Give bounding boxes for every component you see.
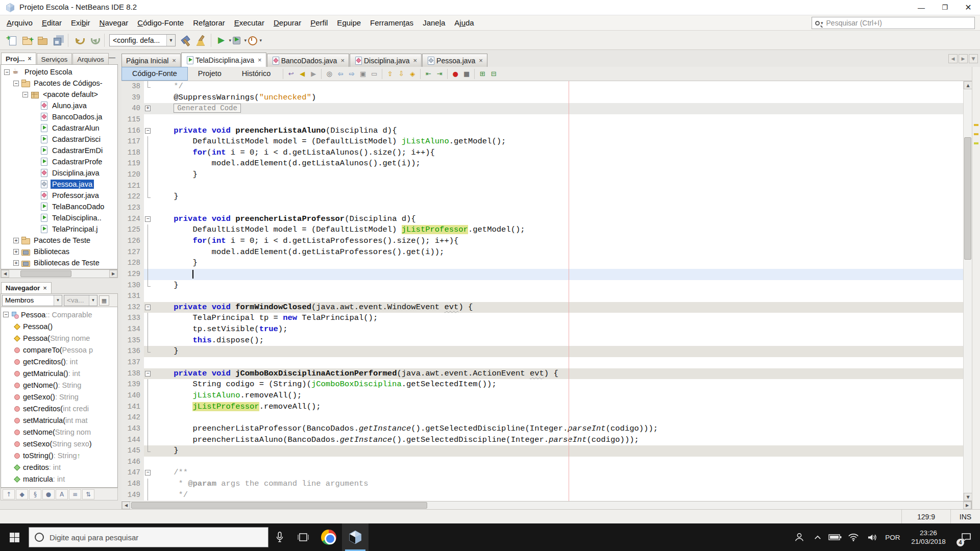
- navigator-member[interactable]: setMatricula(int mat: [1, 414, 117, 426]
- fold-expand-icon[interactable]: +: [145, 106, 151, 111]
- tree-item[interactable]: CadastrarAlun: [1, 122, 117, 134]
- tree-item[interactable]: CadastrarDisci: [1, 134, 117, 145]
- start-button[interactable]: [0, 523, 29, 551]
- fold-collapse-icon[interactable]: −: [145, 371, 151, 377]
- editor-tab[interactable]: Disciplina.java×: [350, 54, 422, 67]
- menu-perfil[interactable]: Perfil: [306, 15, 332, 31]
- menu-codigo-fonte[interactable]: Código-Fonte: [133, 15, 188, 31]
- new-file-button[interactable]: [4, 33, 19, 48]
- fold-collapse-icon[interactable]: −: [145, 128, 151, 134]
- shift-left-icon[interactable]: ⇤: [423, 68, 434, 79]
- show-static-members-icon[interactable]: §: [29, 489, 41, 499]
- tab-list-icon[interactable]: ▼: [969, 54, 978, 63]
- previous-occurrence-icon[interactable]: ⇦: [335, 68, 346, 79]
- tree-item[interactable]: TelaPrincipal.j: [1, 223, 117, 235]
- tree-item[interactable]: +Bibliotecas de Teste: [1, 257, 117, 268]
- minimize-panel-icon[interactable]: —: [109, 55, 115, 60]
- uncomment-icon[interactable]: ⊟: [488, 68, 499, 79]
- comment-icon[interactable]: ⊞: [477, 68, 488, 79]
- maximize-window-icon[interactable]: ❐: [933, 0, 957, 15]
- navigator-member[interactable]: toString() : String ↑: [1, 449, 117, 461]
- fold-collapse-icon[interactable]: −: [145, 216, 151, 222]
- collapse-icon[interactable]: −: [4, 69, 10, 75]
- netbeans-taskbar-button[interactable]: [342, 523, 369, 551]
- navigator-settings-icon[interactable]: ▦: [99, 295, 109, 306]
- menu-ferramentas[interactable]: Ferramentas: [365, 15, 418, 31]
- navigator-member[interactable]: setNome(String nom: [1, 426, 117, 438]
- view-tab-projeto[interactable]: Projeto: [188, 67, 232, 81]
- network-button[interactable]: [844, 523, 863, 551]
- scroll-right-icon[interactable]: ▶: [109, 270, 117, 278]
- scrollbar-thumb[interactable]: [20, 270, 71, 277]
- taskbar-search-input[interactable]: Digite aqui para pesquisar: [29, 527, 268, 547]
- fold-collapse-icon[interactable]: −: [145, 305, 151, 310]
- view-tab-cdigofonte[interactable]: Código-Fonte: [121, 67, 188, 81]
- show-hidden-icons-button[interactable]: [810, 523, 826, 551]
- menu-refatorar[interactable]: Refatorar: [188, 15, 230, 31]
- navigator-member[interactable]: getNome() : String: [1, 379, 117, 391]
- scrollbar-thumb[interactable]: [131, 502, 427, 509]
- tree-item[interactable]: TelaBancoDado: [1, 201, 117, 212]
- expand-icon[interactable]: +: [13, 260, 19, 266]
- toggle-highlight-icon[interactable]: ▣: [357, 68, 369, 79]
- projects-horizontal-scrollbar[interactable]: ◀ ▶: [1, 269, 118, 278]
- editor-tab[interactable]: Pessoa.java×: [422, 54, 487, 67]
- next-bookmark-icon[interactable]: ⇩: [396, 68, 407, 79]
- tree-item[interactable]: BancoDados.ja: [1, 111, 117, 122]
- debug-project-button[interactable]: ▾: [229, 33, 244, 48]
- new-project-button[interactable]: +: [19, 33, 35, 48]
- open-project-button[interactable]: [35, 33, 50, 48]
- collapse-icon[interactable]: −: [22, 92, 28, 97]
- people-button[interactable]: [789, 523, 810, 551]
- warning-mark[interactable]: [974, 124, 978, 126]
- redo-button[interactable]: [86, 33, 102, 48]
- scrollbar-thumb[interactable]: [964, 137, 971, 260]
- show-public-only-icon[interactable]: ●: [42, 489, 55, 499]
- clean-build-project-button[interactable]: [193, 33, 208, 48]
- tree-item[interactable]: Pessoa.java: [1, 179, 117, 190]
- members-view-select[interactable]: Membros ▼: [2, 295, 62, 306]
- sort-alphabetically-icon[interactable]: A: [56, 489, 68, 499]
- close-tab-icon[interactable]: ×: [479, 57, 483, 64]
- scroll-tabs-left-icon[interactable]: ◀: [948, 54, 958, 63]
- navigator-member[interactable]: getSexo() : String: [1, 391, 117, 403]
- navigator-member[interactable]: Pessoa(): [1, 320, 117, 332]
- start-macro-recording-icon[interactable]: ●: [450, 68, 461, 79]
- forward-icon[interactable]: ▶: [308, 68, 319, 79]
- sort-by-source-icon[interactable]: ≡: [69, 489, 81, 499]
- scroll-right-icon[interactable]: ▶: [963, 502, 971, 509]
- navigator-member[interactable]: creditos : int: [1, 461, 117, 473]
- tree-item[interactable]: +Bibliotecas: [1, 246, 117, 257]
- chrome-taskbar-button[interactable]: [315, 523, 342, 551]
- menu-depurar[interactable]: Depurar: [269, 15, 306, 31]
- navigator-member[interactable]: setSexo(String sexo): [1, 438, 117, 449]
- battery-button[interactable]: [826, 523, 844, 551]
- scroll-up-icon[interactable]: ▲: [964, 81, 972, 89]
- save-all-button[interactable]: [50, 33, 65, 48]
- navigator-member[interactable]: matricula : int: [1, 473, 117, 485]
- previous-bookmark-icon[interactable]: ⇧: [384, 68, 396, 79]
- menu-navegar[interactable]: Navegar: [95, 15, 133, 31]
- menu-equipe[interactable]: Equipe: [332, 15, 365, 31]
- close-tab-icon[interactable]: ×: [258, 56, 262, 64]
- expand-icon[interactable]: +: [13, 249, 19, 255]
- find-selection-icon[interactable]: ◎: [324, 68, 335, 79]
- expand-all-icon[interactable]: ⇅: [82, 489, 94, 499]
- editor-vertical-scrollbar[interactable]: ▲ ▼: [963, 81, 972, 501]
- toggle-bookmark-icon[interactable]: ◈: [407, 68, 418, 79]
- scroll-tabs-right-icon[interactable]: ▶: [959, 54, 968, 63]
- undo-button[interactable]: [71, 33, 86, 48]
- tree-item[interactable]: −<pacote default>: [1, 89, 117, 100]
- run-project-button[interactable]: ▾: [214, 33, 229, 48]
- navigator-member[interactable]: getCreditos() : int: [1, 356, 117, 367]
- tab-files[interactable]: Arquivos: [72, 53, 109, 65]
- close-tab-icon[interactable]: ×: [28, 54, 32, 64]
- navigator-member[interactable]: getMatricula() : int: [1, 367, 117, 379]
- close-tab-icon[interactable]: ×: [43, 284, 47, 292]
- tab-services[interactable]: Serviços: [37, 53, 72, 65]
- inherited-filter-select[interactable]: <va... ▼: [64, 295, 97, 306]
- tab-navigator[interactable]: Navegador ×: [1, 282, 52, 293]
- search-input[interactable]: ▾ Pesquisar (Ctrl+I): [812, 17, 975, 29]
- view-tab-histrico[interactable]: Histórico: [232, 67, 281, 81]
- menu-editar[interactable]: Editar: [37, 15, 66, 31]
